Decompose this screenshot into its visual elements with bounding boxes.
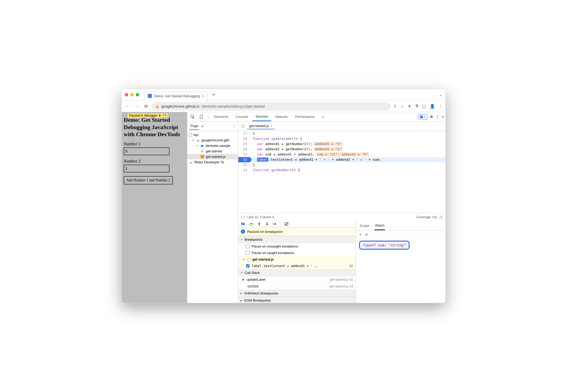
- tab-sources[interactable]: Sources: [252, 112, 271, 121]
- folder-icon: 🖿: [200, 144, 204, 148]
- tab-network[interactable]: Network: [272, 113, 291, 121]
- step-out-button[interactable]: [264, 221, 270, 227]
- navigator-menu-icon[interactable]: ⋮: [233, 124, 236, 128]
- pause-uncaught-checkbox[interactable]: [246, 244, 250, 248]
- coverage-menu-icon[interactable]: ▾: [439, 215, 443, 219]
- file-navigator: Page » ⋮ top ▼☁googlechrome.gith ▼🖿devto…: [187, 122, 238, 303]
- cloud-icon: ☁: [189, 160, 193, 164]
- pause-caught-row[interactable]: Pause on caught exceptions: [238, 250, 356, 256]
- profile-icon[interactable]: 👤: [430, 104, 435, 109]
- close-tab-icon[interactable]: ×: [202, 94, 204, 98]
- url-input[interactable]: 🔒 googlechrome.github.io/devtools-sample…: [152, 102, 391, 111]
- address-bar: ← → ⟳ 🔒 googlechrome.github.io/devtools-…: [122, 101, 445, 112]
- traffic-lights: [125, 93, 139, 96]
- extensions-icon[interactable]: ✦: [408, 104, 411, 109]
- watch-expression[interactable]: typeof sum: "string": [359, 241, 410, 250]
- tab-console[interactable]: Console: [233, 113, 251, 121]
- back-button[interactable]: ←: [124, 102, 131, 110]
- svg-point-7: [251, 225, 252, 226]
- device-icon[interactable]: [198, 113, 206, 121]
- devtools: Elements Console Sources Network Perform…: [187, 112, 445, 303]
- cloud-icon: ☁: [196, 138, 200, 142]
- labs-icon[interactable]: ⚗: [415, 104, 418, 109]
- callstack-frame-1[interactable]: onClickget-started.js:19: [238, 283, 356, 290]
- breakpoint-line[interactable]: label.textContent = addend1 + ' …32: [238, 263, 356, 269]
- dom-breakpoints-section[interactable]: ▶DOM Breakpoints: [238, 297, 356, 303]
- callstack-section[interactable]: ▼Call Stack: [238, 269, 356, 276]
- breakpoint-icon: [247, 258, 250, 261]
- maximize-window-icon[interactable]: [136, 93, 139, 96]
- tree-top[interactable]: top: [187, 132, 238, 137]
- step-over-button[interactable]: [248, 221, 254, 227]
- svg-point-8: [259, 225, 260, 226]
- step-over-badge-icon[interactable]: [162, 114, 166, 117]
- close-file-icon[interactable]: ×: [270, 124, 273, 128]
- navigator-tab-page[interactable]: Page: [189, 122, 199, 130]
- kebab-menu-icon[interactable]: ⋮: [436, 115, 439, 119]
- step-button[interactable]: [272, 221, 278, 227]
- close-devtools-icon[interactable]: ×: [442, 115, 444, 119]
- frame-icon: [189, 133, 192, 136]
- browser-tab[interactable]: Demo: Get Started Debugging ×: [144, 91, 207, 101]
- devtools-tabs: Elements Console Sources Network Perform…: [187, 112, 445, 122]
- editor-tab[interactable]: get-started.js ×: [247, 123, 275, 129]
- tree-file-html[interactable]: 🗎get-started: [187, 148, 238, 154]
- reload-button[interactable]: ⟳: [143, 102, 149, 110]
- more-tabs-icon[interactable]: »: [319, 113, 327, 121]
- watch-tab[interactable]: Watch: [375, 221, 385, 230]
- xhr-breakpoints-section[interactable]: ▶XHR/fetch Breakpoints: [238, 290, 356, 297]
- pretty-print-icon[interactable]: { }: [241, 215, 245, 219]
- tree-folder[interactable]: ▼🖿devtools-sample: [187, 143, 238, 148]
- refresh-watch-icon[interactable]: ⟳: [365, 233, 368, 237]
- issues-badge[interactable]: 1: [418, 114, 428, 119]
- svg-rect-6: [241, 222, 242, 226]
- watch-pane: Scope Watch + ⟳ typeof sum: "string": [356, 221, 445, 303]
- number1-input[interactable]: [124, 147, 169, 155]
- breakpoints-section[interactable]: ▼Breakpoints: [238, 236, 356, 243]
- svg-point-10: [273, 223, 274, 224]
- breakpoint-checkbox[interactable]: [246, 264, 250, 268]
- inspect-icon[interactable]: [189, 113, 197, 121]
- minimize-window-icon[interactable]: [130, 93, 134, 96]
- tree-host[interactable]: ▼☁googlechrome.gith: [187, 137, 238, 143]
- forward-button[interactable]: →: [134, 102, 140, 110]
- scope-tab[interactable]: Scope: [359, 222, 370, 230]
- favicon-icon: [148, 94, 152, 98]
- new-tab-button[interactable]: +: [209, 92, 218, 98]
- tree-file-js[interactable]: JSget-started.js: [187, 154, 238, 159]
- deactivate-breakpoints-button[interactable]: [284, 221, 290, 227]
- browser-window: Demo: Get Started Debugging × + ⌄ ← → ⟳ …: [121, 89, 446, 303]
- tabs-dropdown-icon[interactable]: ⌄: [439, 92, 442, 97]
- number2-label: Number 2: [124, 159, 185, 164]
- watch-tabs: Scope Watch: [356, 221, 445, 231]
- tab-elements[interactable]: Elements: [211, 113, 231, 121]
- share-icon[interactable]: ⇧: [393, 104, 397, 109]
- panel-icon[interactable]: ▢: [422, 104, 426, 109]
- tree-extension[interactable]: ☁React Developer To: [187, 159, 238, 165]
- bookmark-icon[interactable]: ☆: [400, 104, 404, 109]
- code-editor[interactable]: 27} 28function updateLabel() { 29 var ad…: [238, 131, 445, 213]
- add-button[interactable]: Add Number 1 and Number 2: [124, 176, 173, 185]
- tab-performance[interactable]: Performance: [292, 113, 317, 121]
- titlebar: Demo: Get Started Debugging × + ⌄: [122, 89, 445, 101]
- menu-icon[interactable]: ⋮: [439, 104, 443, 109]
- watch-expressions: typeof sum: "string": [356, 239, 445, 303]
- debugger-toolbar: [238, 221, 356, 227]
- number2-input[interactable]: [124, 165, 169, 172]
- breakpoint-file[interactable]: ▼get-started.js: [238, 256, 356, 263]
- pause-uncaught-row[interactable]: Pause on uncaught exceptions: [238, 243, 356, 250]
- resume-icon[interactable]: [158, 114, 162, 117]
- file-icon: 🗎: [200, 149, 204, 153]
- settings-icon[interactable]: ⚙: [430, 115, 433, 119]
- resume-button[interactable]: [240, 221, 247, 227]
- navigator-more-tabs-icon[interactable]: »: [201, 124, 203, 128]
- close-window-icon[interactable]: [125, 93, 128, 96]
- toggle-navigator-icon[interactable]: ◫: [240, 124, 246, 128]
- pause-caught-checkbox[interactable]: [246, 251, 250, 255]
- twisty-icon: ▼: [196, 145, 199, 147]
- callstack-frame-0[interactable]: ▶updateLabelget-started.js:32: [238, 276, 356, 283]
- step-into-button[interactable]: [256, 221, 262, 227]
- svg-point-9: [267, 222, 268, 223]
- add-watch-icon[interactable]: +: [359, 232, 361, 237]
- paused-message: i Paused on breakpoint: [238, 227, 356, 236]
